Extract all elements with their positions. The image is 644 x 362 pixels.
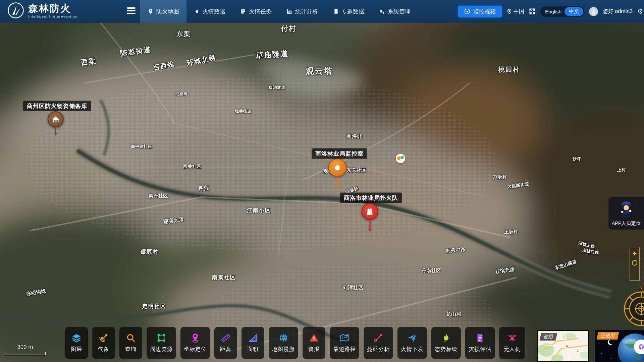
region-selector[interactable]: 中国: [506, 8, 524, 15]
map-pin-icon: [506, 9, 512, 14]
nav-item-label: 专题数据: [341, 8, 364, 15]
layers-icon: [71, 333, 82, 343]
poi-marker-1[interactable]: [48, 111, 64, 135]
user-avatar[interactable]: [589, 7, 598, 16]
cluster-dot-green: [400, 156, 404, 159]
nav-item-label: 系统管理: [388, 8, 411, 15]
logo-glyph-icon: ❂: [639, 343, 644, 351]
compass-north-label: N: [639, 286, 644, 292]
tool-button-label: 蔓延分析: [367, 346, 390, 353]
app-title: 森林防火: [28, 3, 77, 14]
minimap-panel[interactable]: 使用: [537, 330, 589, 362]
nav-item-fire-data[interactable]: 火情数据: [186, 0, 233, 23]
map-scale-bar: 300 m: [5, 344, 46, 355]
globe-icon: [278, 333, 288, 343]
map-place-label: 北新街: [176, 92, 187, 97]
satellite-map[interactable]: 东渠陈塬街道环城北路百西线西渠付村草庙隧道观云塔康沟隧道城关街道商洛北桃园村北新…: [0, 23, 644, 362]
zoom-in-button[interactable]: +: [633, 251, 637, 257]
nav-item-label: 火情任务: [249, 8, 272, 15]
tool-button-13[interactable]: 态势标绘: [431, 327, 461, 359]
map-place-label: 观云塔: [306, 66, 333, 76]
poi-marker-arrowhead: [335, 185, 339, 188]
weather-satellite-icon: [99, 333, 109, 343]
tool-button-5[interactable]: 坐标定位: [180, 327, 210, 359]
tool-button-9[interactable]: 警报: [303, 327, 325, 359]
spread-path-icon: [373, 333, 383, 343]
refresh-icon[interactable]: [631, 259, 638, 266]
tool-button-label: 距离: [220, 346, 231, 353]
nav-item-label: 火情数据: [203, 8, 225, 15]
user-greeting: 您好 admin3: [603, 8, 633, 15]
earth-panel-badge: 已使用: [597, 332, 619, 340]
map-place-label: 丹南社区: [422, 268, 441, 274]
tool-button-7[interactable]: 面积: [241, 327, 264, 359]
tool-button-label: 查询: [125, 346, 137, 353]
tool-button-1[interactable]: 图层: [65, 327, 88, 359]
warehouse-icon: [48, 111, 64, 127]
search-icon: [126, 333, 136, 343]
map-place-label: 东渠: [177, 30, 191, 39]
tool-button-15[interactable]: 无人机: [499, 327, 525, 359]
map-place-label: 上村: [617, 167, 626, 173]
tool-button-12[interactable]: 火情下发: [397, 327, 427, 359]
send-plane-icon: [407, 333, 417, 343]
flame-icon: [194, 8, 200, 14]
tool-button-label: 火情下发: [401, 346, 424, 353]
map-place-label: 东关社区: [347, 167, 366, 173]
tool-button-6[interactable]: 距离: [214, 327, 237, 359]
tool-button-10[interactable]: 最短路径: [330, 327, 359, 359]
map-place-label: 王塬村: [504, 229, 518, 235]
police-officer-icon: [619, 200, 634, 219]
map-place-label: 江南小区: [247, 207, 271, 214]
poi-marker-2[interactable]: [328, 159, 346, 188]
menu-hamburger-icon[interactable]: [127, 7, 136, 15]
cluster-dot-orange: [397, 157, 400, 160]
app-person-locate-panel[interactable]: APP人员定位: [608, 197, 644, 230]
language-chinese-selected[interactable]: 中文: [565, 7, 583, 16]
map-place-label: 南秦社区: [212, 274, 236, 281]
monitor-video-label: 监控视频: [473, 8, 496, 15]
compass-rose[interactable]: N: [620, 286, 644, 327]
earth-globe-panel[interactable]: 已使用 ❂: [595, 330, 644, 362]
region-label: 中国: [514, 8, 524, 15]
tool-button-label: 地图漫游: [272, 346, 295, 353]
flame-draw-icon: [441, 333, 451, 343]
nav-item-system-manage[interactable]: 系统管理: [372, 0, 418, 23]
nav-item-thematic-data[interactable]: 专题数据: [325, 0, 372, 23]
poi-cluster-badge[interactable]: [396, 154, 405, 163]
fullscreen-icon[interactable]: [529, 8, 536, 15]
fire-icon: [328, 159, 346, 177]
map-place-label: 丹江: [198, 185, 210, 193]
tool-button-11[interactable]: 蔓延分析: [364, 327, 393, 359]
tool-button-label: 周边资源: [150, 346, 173, 353]
top-navigation-bar: 森林防火 Intelligent fire prevention 防火地图火情数…: [0, 0, 644, 23]
poi-label: 商州区防火物资储备库: [23, 101, 91, 111]
tool-button-14[interactable]: 灾损评估: [465, 327, 495, 359]
tool-button-3[interactable]: 查询: [119, 327, 142, 359]
poi-marker-arrowhead: [54, 133, 58, 135]
app-logo: 森林防火 Intelligent fire prevention: [7, 2, 77, 19]
map-place-label: 商中路社区: [131, 144, 152, 149]
tool-button-label: 面积: [247, 346, 259, 353]
settings-gear-icon[interactable]: ⚙: [637, 7, 642, 15]
tool-button-8[interactable]: 地图漫游: [269, 327, 298, 359]
map-place-label: 付村: [281, 24, 297, 33]
tool-button-4[interactable]: 周边资源: [147, 327, 176, 359]
app-person-locate-label: APP人员定位: [612, 220, 641, 227]
book-icon: [333, 8, 339, 14]
area-select-icon: [156, 333, 166, 343]
language-english[interactable]: English: [545, 9, 561, 14]
nav-item-stats-analysis[interactable]: 统计分析: [279, 0, 325, 23]
route-map-icon: [339, 333, 350, 343]
monitor-video-button[interactable]: 监控视频: [458, 6, 502, 17]
language-toggle[interactable]: English 中文: [540, 6, 584, 17]
nav-item-fire-map[interactable]: 防火地图: [140, 0, 186, 23]
alert-icon: [309, 333, 319, 343]
map-place-label: 城关街道: [235, 109, 252, 114]
tool-button-2[interactable]: 气象: [92, 327, 115, 359]
nav-item-fire-task[interactable]: 火情任务: [233, 0, 279, 23]
map-place-label: 碾塬村: [141, 249, 159, 256]
poi-marker-3[interactable]: [362, 203, 378, 232]
tool-button-label: 态势标绘: [435, 346, 458, 353]
app-stage: 东渠陈塬街道环城北路百西线西渠付村草庙隧道观云塔康沟隧道城关街道商洛北桃园村北新…: [0, 0, 644, 362]
